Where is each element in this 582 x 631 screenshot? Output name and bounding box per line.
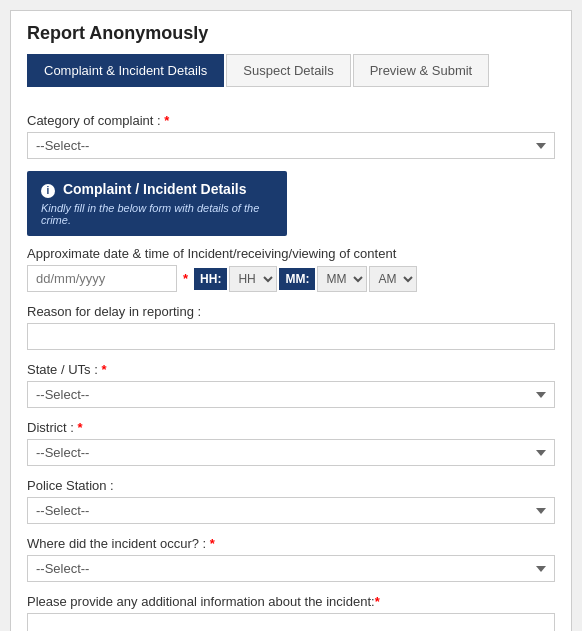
date-required-star: * (183, 271, 188, 286)
info-box: i Complaint / Incident Details Kindly fi… (27, 171, 287, 236)
additional-label: Please provide any additional informatio… (27, 594, 555, 609)
category-label: Category of complaint : * (27, 113, 555, 128)
state-label: State / UTs : * (27, 362, 555, 377)
delay-input[interactable] (27, 323, 555, 350)
info-title: i Complaint / Incident Details (41, 181, 273, 198)
tab-bar: Complaint & Incident Details Suspect Det… (27, 54, 555, 87)
police-select[interactable]: --Select-- (27, 497, 555, 524)
hh-label: HH: (194, 268, 227, 290)
main-container: Report Anonymously Complaint & Incident … (10, 10, 572, 631)
state-select[interactable]: --Select-- (27, 381, 555, 408)
district-group: District : * --Select-- (27, 420, 555, 466)
police-label: Police Station : (27, 478, 555, 493)
district-label: District : * (27, 420, 555, 435)
minute-select[interactable]: MM (317, 266, 367, 292)
tab-suspect[interactable]: Suspect Details (226, 54, 350, 87)
category-group: Category of complaint : * --Select-- (27, 113, 555, 159)
datetime-row: * HH: HH MM: MM AM PM (27, 265, 555, 292)
date-input[interactable] (27, 265, 177, 292)
where-group: Where did the incident occur? : * --Sele… (27, 536, 555, 582)
police-group: Police Station : --Select-- (27, 478, 555, 524)
tab-preview[interactable]: Preview & Submit (353, 54, 490, 87)
state-group: State / UTs : * --Select-- (27, 362, 555, 408)
delay-label: Reason for delay in reporting : (27, 304, 555, 319)
additional-textarea[interactable] (27, 613, 555, 631)
info-icon: i (41, 184, 55, 198)
info-text: Kindly fill in the below form with detai… (41, 202, 273, 226)
hour-select[interactable]: HH (229, 266, 277, 292)
district-select[interactable]: --Select-- (27, 439, 555, 466)
datetime-label: Approximate date & time of Incident/rece… (27, 246, 555, 261)
tab-complaint[interactable]: Complaint & Incident Details (27, 54, 224, 87)
where-select[interactable]: --Select-- (27, 555, 555, 582)
category-select[interactable]: --Select-- (27, 132, 555, 159)
form-section: Category of complaint : * --Select-- i C… (27, 103, 555, 631)
datetime-group: Approximate date & time of Incident/rece… (27, 246, 555, 292)
page-title: Report Anonymously (27, 23, 555, 44)
delay-group: Reason for delay in reporting : (27, 304, 555, 350)
time-select-group: HH: HH MM: MM AM PM (194, 266, 417, 292)
additional-group: Please provide any additional informatio… (27, 594, 555, 631)
where-label: Where did the incident occur? : * (27, 536, 555, 551)
mm-label: MM: (279, 268, 315, 290)
ampm-select[interactable]: AM PM (369, 266, 417, 292)
